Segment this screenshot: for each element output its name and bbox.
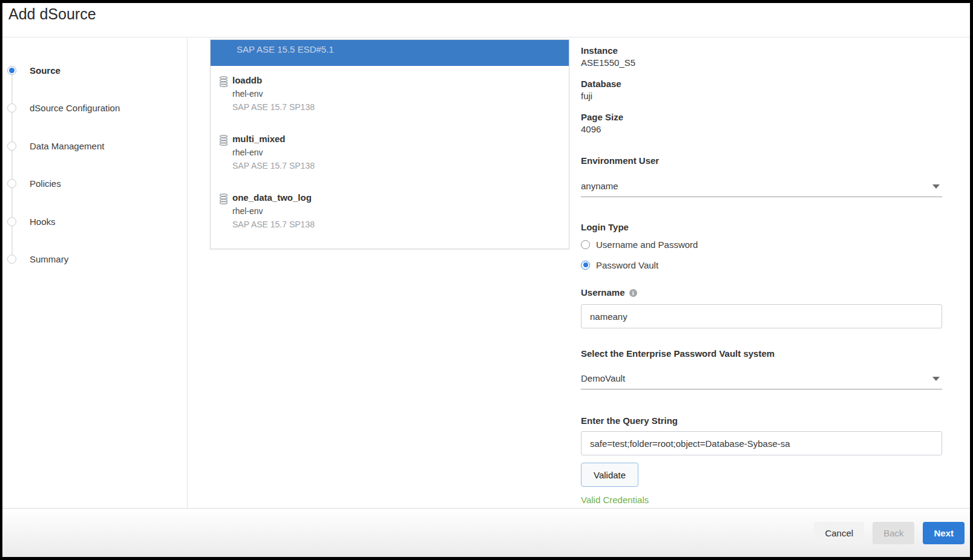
stepper-step-dsource-configuration[interactable]: dSource Configuration	[7, 102, 120, 114]
cancel-button[interactable]: Cancel	[814, 522, 864, 544]
database-version: SAP ASE 15.7 SP138	[232, 100, 315, 114]
step-label: dSource Configuration	[30, 103, 120, 113]
back-button[interactable]: Back	[873, 522, 914, 544]
stepper-connector-line	[11, 71, 13, 259]
step-radio-icon	[7, 179, 16, 188]
radio-checked-icon	[581, 261, 590, 270]
radio-unchecked-icon	[581, 240, 590, 249]
database-name: one_data_two_log	[232, 191, 315, 204]
info-icon[interactable]: i	[629, 289, 637, 297]
vault-system-select[interactable]: DemoVault	[581, 373, 942, 389]
instance-value: ASE1550_S5	[581, 57, 942, 69]
login-type-label: Login Type	[581, 221, 942, 233]
database-environment: rhel-env	[232, 146, 315, 159]
next-button[interactable]: Next	[923, 522, 965, 544]
step-label: Source	[30, 65, 61, 76]
stepper-step-summary[interactable]: Summary	[7, 253, 68, 265]
login-type-option-password-vault[interactable]: Password Vault	[581, 259, 942, 271]
login-type-option-username-password[interactable]: Username and Password	[581, 238, 942, 250]
database-environment: rhel-env	[232, 87, 315, 100]
database-version: SAP ASE 15.7 SP138	[232, 159, 315, 172]
vault-system-label: Select the Enterprise Password Vault sys…	[581, 348, 942, 360]
database-environment: rhel-env	[232, 204, 315, 218]
stepper-step-data-management[interactable]: Data Management	[7, 140, 104, 152]
query-string-input[interactable]	[581, 431, 942, 455]
query-string-label: Enter the Query String	[581, 415, 942, 427]
step-radio-icon	[7, 217, 16, 226]
database-name: multi_mixed	[232, 132, 315, 146]
step-radio-icon	[7, 66, 16, 75]
vault-selected-value: DemoVault	[581, 373, 625, 385]
page-title: Add dSource	[8, 5, 96, 23]
database-icon	[219, 191, 232, 231]
source-list-item-multi-mixed[interactable]: multi_mixed rhel-env SAP ASE 15.7 SP138	[219, 132, 315, 172]
source-list-panel: SAP ASE 15.5 ESD#5.1 loaddb rhel-env SAP…	[210, 39, 569, 249]
chevron-down-icon	[932, 377, 940, 381]
stepper-step-source[interactable]: Source	[7, 64, 61, 76]
wizard-stepper: Source dSource Configuration Data Manage…	[2, 38, 188, 508]
instance-label: Instance	[581, 45, 942, 57]
database-label: Database	[581, 78, 942, 90]
environment-user-select[interactable]: anyname	[581, 180, 942, 197]
username-input[interactable]	[581, 304, 942, 328]
dialog-footer: Cancel Back Next	[2, 508, 970, 557]
source-list-item-loaddb[interactable]: loaddb rhel-env SAP ASE 15.7 SP138	[219, 74, 315, 114]
database-icon	[219, 74, 232, 114]
radio-option-label: Username and Password	[596, 239, 698, 250]
environment-user-label: Environment User	[581, 155, 942, 167]
add-dsource-dialog: Add dSource Source dSource Configuration…	[2, 3, 970, 557]
database-value: fuji	[581, 90, 942, 102]
source-list-selected-item[interactable]: SAP ASE 15.5 ESD#5.1	[211, 40, 569, 66]
step-radio-icon	[7, 103, 16, 112]
stepper-step-policies[interactable]: Policies	[7, 177, 61, 189]
step-radio-icon	[7, 142, 16, 151]
step-label: Hooks	[30, 217, 56, 227]
environment-user-selected-value: anyname	[581, 180, 618, 192]
source-details-form: Instance ASE1550_S5 Database fuji Page S…	[581, 45, 942, 506]
database-name: loaddb	[232, 74, 315, 87]
page-size-label: Page Size	[581, 111, 942, 123]
database-icon	[219, 132, 232, 172]
chevron-down-icon	[932, 184, 940, 189]
dialog-content: Source dSource Configuration Data Manage…	[2, 38, 970, 508]
validation-status-message: Valid Credentials	[581, 494, 942, 506]
username-label: Username	[581, 287, 625, 299]
page-size-value: 4096	[581, 123, 942, 135]
radio-option-label: Password Vault	[596, 260, 658, 270]
dialog-header: Add dSource	[2, 3, 970, 37]
source-list-item-one-data-two-log[interactable]: one_data_two_log rhel-env SAP ASE 15.7 S…	[219, 191, 315, 231]
step-label: Data Management	[30, 141, 104, 151]
step-label: Policies	[30, 178, 61, 189]
step-label: Summary	[30, 254, 68, 264]
step-radio-icon	[7, 255, 16, 264]
database-version: SAP ASE 15.7 SP138	[232, 218, 315, 231]
validate-button[interactable]: Validate	[581, 463, 638, 487]
stepper-step-hooks[interactable]: Hooks	[7, 215, 56, 227]
selected-source-label: SAP ASE 15.5 ESD#5.1	[237, 44, 334, 54]
